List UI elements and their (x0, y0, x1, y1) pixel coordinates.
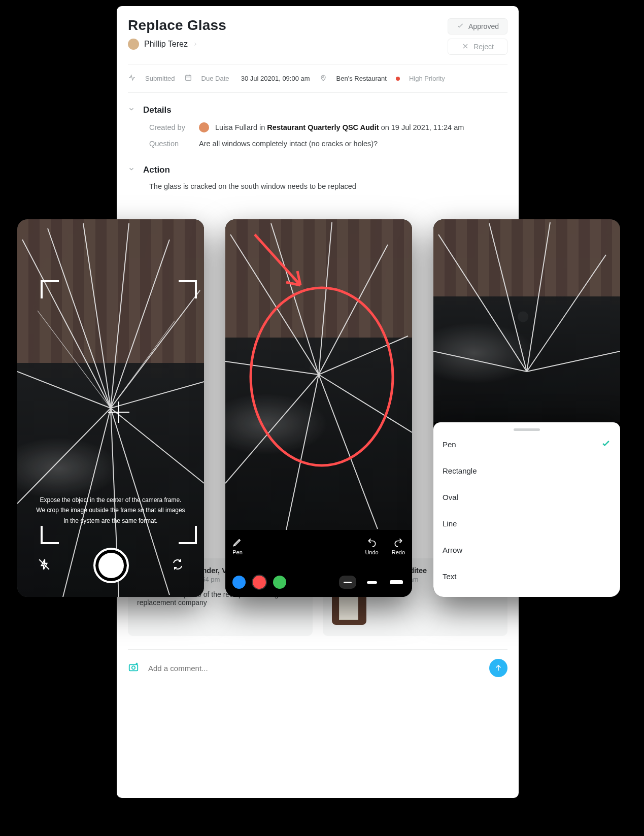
meta-row: Submitted Due Date 30 Jul 20201, 09:00 a… (128, 74, 507, 83)
mobile-camera: Expose the object in the center of the c… (17, 219, 204, 597)
svg-line-31 (438, 235, 527, 372)
tool-label: Rectangle (443, 466, 477, 475)
annotation-layer[interactable] (225, 219, 412, 530)
approved-label: Approved (468, 22, 499, 30)
tool-item-text[interactable]: Text (443, 563, 611, 589)
due-label: Due Date (201, 75, 229, 82)
comment-composer (128, 649, 507, 688)
color-swatch-red[interactable] (253, 576, 266, 589)
status-value: Submitted (145, 75, 175, 82)
created-by-label: Created by (149, 123, 193, 131)
assignee-row[interactable]: Phillip Terez (128, 39, 226, 50)
svg-point-30 (251, 288, 393, 465)
flash-off-icon[interactable] (38, 558, 51, 573)
tool-label: Oval (443, 493, 458, 501)
tool-item-rectangle[interactable]: Rectangle (443, 457, 611, 484)
tool-item-arrow[interactable]: Arrow (443, 537, 611, 563)
color-swatch-green[interactable] (273, 576, 286, 589)
tool-label: Text (443, 572, 457, 581)
assignee-name: Phillip Terez (144, 40, 188, 49)
camera-help: Expose the object in the center of the c… (17, 495, 204, 526)
created-by-name: Luisa Fullard in (215, 123, 265, 131)
priority-dot-icon (396, 77, 400, 81)
undo-button[interactable]: Undo (365, 537, 378, 555)
svg-line-36 (433, 351, 527, 372)
reject-button[interactable]: Reject (448, 39, 507, 55)
stroke-medium[interactable] (363, 576, 381, 589)
svg-rect-0 (185, 75, 191, 80)
svg-line-35 (527, 351, 620, 372)
tool-item-line[interactable]: Line (443, 510, 611, 537)
pen-tool-button[interactable]: Pen (232, 537, 243, 555)
svg-line-34 (527, 255, 606, 372)
stroke-thin[interactable] (339, 576, 356, 589)
stroke-thick[interactable] (388, 576, 405, 589)
calendar-icon (184, 74, 192, 83)
reject-label: Reject (473, 43, 494, 51)
mobile-tools-sheet: Pen Rectangle Oval Line Arrow Text (433, 219, 620, 597)
page-title: Replace Glass (128, 17, 226, 34)
redo-button[interactable]: Redo (392, 537, 405, 555)
activity-icon (128, 74, 136, 83)
tool-label: Pen (443, 440, 456, 449)
chevron-down-icon (128, 105, 135, 115)
details-toggle[interactable]: Details (128, 105, 507, 115)
undo-label: Undo (365, 549, 378, 555)
chevron-down-icon (128, 165, 135, 175)
avatar (128, 39, 139, 50)
approved-button[interactable]: Approved (448, 18, 507, 35)
switch-camera-icon[interactable] (172, 558, 184, 573)
created-on: on 19 Jul 2021, 11:24 am (381, 123, 464, 131)
camera-plus-icon[interactable] (128, 661, 139, 675)
action-text: The glass is cracked on the south window… (149, 182, 507, 190)
question-label: Question (149, 140, 193, 148)
svg-line-33 (527, 222, 550, 372)
pen-label: Pen (232, 549, 243, 555)
location-value: Ben's Restaurant (336, 75, 387, 82)
tool-item-oval[interactable]: Oval (443, 484, 611, 510)
svg-line-32 (489, 223, 527, 372)
details-heading: Details (143, 105, 172, 115)
color-swatch-blue[interactable] (232, 576, 246, 589)
tool-item-pen[interactable]: Pen (443, 431, 611, 457)
close-icon (461, 42, 469, 52)
priority-value: High Priority (409, 75, 445, 82)
tool-label: Line (443, 519, 457, 528)
crosshair-icon (108, 402, 129, 423)
location-icon (319, 74, 327, 83)
question-text: Are all windows completely intact (no cr… (199, 140, 378, 148)
action-heading: Action (143, 165, 170, 175)
mobile-editor: Pen Undo Redo (225, 219, 412, 597)
created-in-link[interactable]: Restaurant Quarterly QSC Audit (267, 123, 379, 131)
chevron-right-icon (193, 40, 198, 49)
comment-input[interactable] (147, 663, 481, 673)
send-button[interactable] (489, 659, 507, 677)
check-icon (456, 22, 464, 31)
svg-point-1 (322, 77, 324, 78)
svg-point-3 (132, 666, 135, 669)
check-icon (601, 439, 611, 450)
avatar (199, 122, 209, 132)
due-value: 30 Jul 20201, 09:00 am (241, 75, 310, 82)
cracked-glass-photo (433, 219, 620, 422)
tool-label: Arrow (443, 546, 462, 554)
svg-rect-2 (129, 664, 138, 671)
shutter-button[interactable] (93, 548, 129, 583)
redo-label: Redo (392, 549, 405, 555)
action-toggle[interactable]: Action (128, 165, 507, 175)
